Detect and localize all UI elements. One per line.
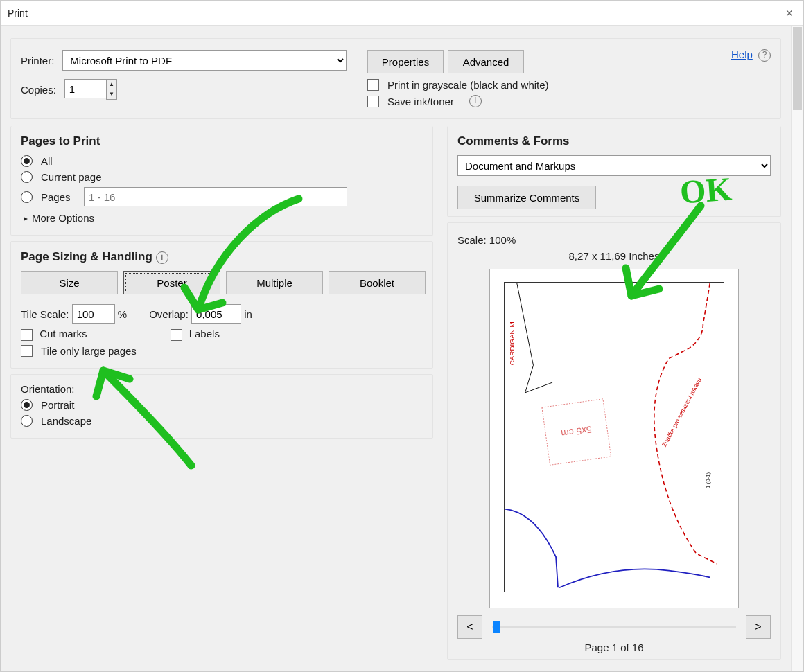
printer-select[interactable]: Microsoft Print to PDF bbox=[62, 50, 347, 71]
labels-label: Labels bbox=[189, 328, 220, 339]
sizing-info-icon[interactable]: i bbox=[156, 251, 168, 264]
orientation-heading: Orientation: bbox=[21, 383, 75, 395]
svg-text:5x5 cm: 5x5 cm bbox=[561, 424, 593, 439]
landscape-label: Landscape bbox=[41, 415, 91, 427]
info-icon[interactable]: i bbox=[469, 95, 482, 107]
overlap-label: Overlap: bbox=[149, 308, 189, 320]
booklet-tab[interactable]: Booklet bbox=[329, 271, 426, 294]
landscape-radio[interactable] bbox=[21, 415, 33, 427]
spinner-down-icon[interactable]: ▼ bbox=[107, 89, 116, 99]
svg-line-2 bbox=[517, 283, 534, 366]
print-dialog-window: Print ✕ Printer: Microsoft Print to PDF bbox=[0, 0, 804, 672]
help-info-icon[interactable]: ? bbox=[758, 49, 771, 62]
advanced-button[interactable]: Advanced bbox=[448, 50, 524, 73]
portrait-label: Portrait bbox=[41, 399, 74, 411]
pages-to-print-heading: Pages to Print bbox=[21, 134, 423, 148]
multiple-tab[interactable]: Multiple bbox=[226, 271, 323, 294]
portrait-radio[interactable] bbox=[21, 399, 33, 411]
tile-scale-label: Tile Scale: bbox=[21, 308, 69, 320]
svg-text:CARDIGAN  M: CARDIGAN M bbox=[508, 321, 516, 365]
current-page-label: Current page bbox=[41, 171, 102, 183]
all-pages-label: All bbox=[41, 155, 53, 167]
preview-dimensions: 8,27 x 11,69 Inches bbox=[457, 250, 771, 262]
summarize-comments-button[interactable]: Summarize Comments bbox=[457, 186, 596, 209]
cut-marks-label: Cut marks bbox=[40, 328, 87, 339]
poster-tab[interactable]: Poster bbox=[123, 271, 220, 294]
titlebar: Print ✕ bbox=[1, 1, 803, 26]
size-tab[interactable]: Size bbox=[21, 271, 118, 294]
print-preview: CARDIGAN M Značka pro sesazení rukávu 5x… bbox=[489, 269, 739, 608]
save-ink-label: Save ink/toner bbox=[387, 96, 454, 107]
preview-page-indicator: Page 1 of 16 bbox=[457, 642, 771, 653]
pages-label: Pages bbox=[41, 191, 80, 203]
more-options-toggle[interactable]: More Options bbox=[24, 212, 423, 224]
overlap-input[interactable] bbox=[191, 304, 241, 324]
preview-scale-label: Scale: 100% bbox=[457, 234, 516, 246]
save-ink-checkbox[interactable] bbox=[367, 96, 379, 107]
svg-text:Značka pro sesazení rukávu: Značka pro sesazení rukávu bbox=[661, 377, 703, 448]
preview-prev-button[interactable]: < bbox=[457, 615, 482, 639]
tile-large-label: Tile only large pages bbox=[41, 345, 137, 357]
close-icon[interactable]: ✕ bbox=[783, 1, 796, 25]
current-page-radio[interactable] bbox=[21, 171, 33, 183]
vertical-scrollbar[interactable] bbox=[791, 26, 803, 671]
svg-text:1 (3-1): 1 (3-1) bbox=[705, 472, 711, 488]
tile-large-checkbox[interactable] bbox=[21, 345, 33, 357]
comments-select[interactable]: Document and Markups bbox=[457, 155, 771, 176]
grayscale-checkbox[interactable] bbox=[367, 79, 379, 91]
labels-checkbox[interactable] bbox=[171, 329, 182, 341]
pages-range-radio[interactable] bbox=[21, 191, 33, 203]
sizing-heading: Page Sizing & Handling i bbox=[21, 250, 423, 264]
copies-label: Copies: bbox=[21, 84, 56, 96]
overlap-unit: in bbox=[244, 308, 252, 320]
properties-button[interactable]: Properties bbox=[367, 50, 444, 73]
spinner-up-icon[interactable]: ▲ bbox=[107, 80, 116, 89]
copies-stepper[interactable]: ▲▼ bbox=[64, 79, 117, 100]
help-link[interactable]: Help bbox=[731, 48, 753, 60]
printer-label: Printer: bbox=[21, 55, 54, 67]
pages-range-input[interactable] bbox=[84, 187, 347, 206]
comments-heading: Comments & Forms bbox=[457, 134, 771, 148]
all-pages-radio[interactable] bbox=[21, 155, 33, 167]
grayscale-label: Print in grayscale (black and white) bbox=[387, 79, 549, 91]
cut-marks-checkbox[interactable] bbox=[21, 329, 33, 341]
copies-input[interactable] bbox=[64, 79, 106, 98]
slider-handle-icon[interactable] bbox=[493, 621, 500, 633]
preview-next-button[interactable]: > bbox=[746, 615, 771, 639]
tile-scale-unit: % bbox=[118, 308, 127, 320]
preview-page-slider[interactable] bbox=[492, 626, 736, 628]
tile-scale-input[interactable] bbox=[72, 304, 115, 324]
preview-content-svg: CARDIGAN M Značka pro sesazení rukávu 5x… bbox=[505, 283, 724, 592]
dialog-title: Print bbox=[8, 1, 28, 25]
